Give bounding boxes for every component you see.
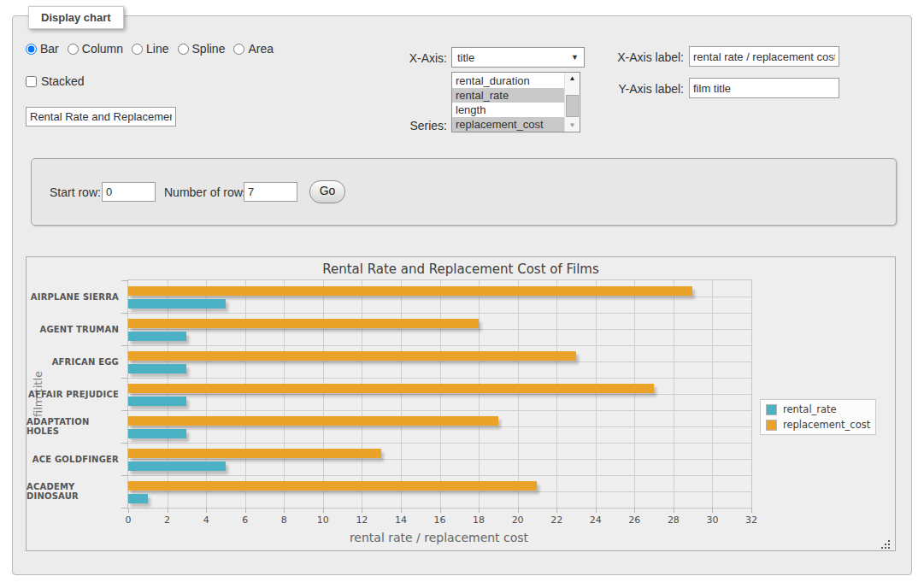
y-axis-label-input[interactable]: [689, 78, 839, 98]
rows-form-box: [31, 158, 897, 226]
gridline: [245, 280, 246, 508]
chart-title-input[interactable]: [26, 107, 176, 126]
x-axis-tick-label: 30: [706, 514, 718, 526]
num-rows-input[interactable]: [244, 182, 297, 202]
x-axis-tick: [518, 508, 519, 513]
series-option-length[interactable]: length: [452, 103, 565, 117]
bar-replacement_cost: [128, 319, 479, 328]
legend-swatch: [766, 420, 777, 431]
bar-replacement_cost: [128, 449, 381, 458]
x-axis-tick-label: 4: [203, 514, 209, 526]
series-option-replacement_cost[interactable]: replacement_cost: [452, 117, 565, 132]
category-label: AFFAIR PREJUDICE: [26, 378, 119, 410]
x-axis-tick-label: 14: [395, 514, 407, 526]
start-row-label: Start row:: [50, 185, 101, 199]
chart-type-label: Bar: [40, 42, 59, 56]
x-axis-tick-label: 12: [356, 514, 368, 526]
x-axis-tick: [206, 508, 207, 513]
bar-rental_rate: [128, 494, 148, 503]
bar-replacement_cost: [128, 351, 576, 361]
gridline: [634, 280, 635, 508]
chart-type-radio-spline[interactable]: [178, 44, 189, 55]
x-axis-tick: [284, 508, 285, 513]
start-row-input[interactable]: [102, 182, 156, 202]
gridline: [206, 280, 207, 508]
y-axis-tick: [121, 508, 128, 509]
x-axis-label-input[interactable]: [689, 46, 839, 67]
x-axis-tick: [128, 508, 129, 513]
x-axis-tick-label: 6: [242, 514, 248, 526]
bar-replacement_cost: [128, 416, 498, 426]
legend-item-replacement_cost: replacement_cost: [766, 419, 870, 431]
gridline: [401, 280, 402, 508]
gridline: [712, 280, 713, 508]
chart-type-radio-area[interactable]: [233, 44, 244, 55]
page: Display chart BarColumnLineSplineArea St…: [0, 0, 924, 582]
x-axis-tick-label: 16: [434, 514, 446, 526]
x-axis-tick: [634, 508, 635, 513]
chart-type-option-bar[interactable]: Bar: [26, 42, 59, 56]
gridline: [596, 280, 597, 508]
bar-rental_rate: [128, 429, 186, 438]
x-axis-tick-label: 22: [550, 514, 562, 526]
x-axis-tick-label: 8: [281, 514, 287, 526]
chart-type-radios: BarColumnLineSplineArea: [26, 42, 282, 56]
y-axis-tick: [121, 280, 128, 281]
category-label: AIRPLANE SIERRA: [26, 280, 119, 313]
bar-replacement_cost: [128, 481, 537, 491]
category-label: AGENT TRUMAN: [26, 313, 119, 345]
category-label: ADAPTATION HOLES: [26, 410, 119, 443]
num-rows-label: Number of rows:: [164, 185, 252, 199]
y-axis-tick: [121, 410, 128, 411]
chart-type-label: Area: [248, 42, 274, 56]
x-axis-tick-label: 2: [164, 514, 170, 526]
x-axis-tick-label: 18: [473, 514, 485, 526]
chart-type-radio-column[interactable]: [68, 44, 79, 55]
gridline: [674, 280, 674, 508]
chart-type-radio-bar[interactable]: [26, 44, 37, 55]
plot-area: [127, 279, 752, 509]
resize-handle-icon[interactable]: [881, 537, 891, 546]
y-axis-label-field-label: Y-Axis label:: [564, 82, 684, 96]
bar-rental_rate: [128, 364, 186, 373]
gridline: [323, 280, 324, 508]
x-axis-tick: [362, 508, 362, 513]
x-axis-tick: [440, 508, 441, 513]
gridline: [284, 280, 285, 508]
chart-type-option-area[interactable]: Area: [233, 42, 274, 56]
x-axis-tick-label: 10: [317, 514, 329, 526]
y-axis-tick: [121, 443, 128, 444]
bar-rental_rate: [128, 332, 186, 341]
chart-type-option-line[interactable]: Line: [132, 42, 168, 56]
chart-type-radio-line[interactable]: [132, 44, 143, 55]
bar-rental_rate: [128, 299, 226, 309]
x-axis-tick-label: 20: [512, 514, 524, 526]
x-axis-selected-value: title: [457, 51, 474, 64]
y-axis-tick: [121, 313, 128, 314]
gridline: [479, 280, 480, 508]
x-axis-tick-label: 24: [590, 514, 602, 526]
series-option-rental_duration[interactable]: rental_duration: [452, 73, 565, 88]
scrollbar-thumb[interactable]: [566, 95, 579, 117]
x-axis-tick: [168, 508, 168, 513]
x-axis-tick: [401, 508, 402, 513]
series-option-rental_rate[interactable]: rental_rate: [452, 88, 565, 103]
x-axis-title: rental rate / replacement cost: [127, 531, 750, 544]
gridline: [168, 280, 168, 508]
scroll-down-icon[interactable]: ▼: [565, 121, 580, 130]
series-listbox[interactable]: rental_durationrental_ratelengthreplacem…: [451, 72, 580, 132]
chart-type-option-column[interactable]: Column: [68, 42, 123, 56]
bar-replacement_cost: [128, 384, 654, 393]
x-axis-tick: [596, 508, 597, 513]
chart-legend: rental_ratereplacement_cost: [760, 399, 876, 435]
panel-title: Display chart: [28, 6, 124, 29]
y-axis-tick: [121, 378, 128, 379]
x-axis-tick: [556, 508, 557, 513]
chart-type-option-spline[interactable]: Spline: [178, 42, 226, 56]
chart-type-label: Spline: [192, 42, 226, 56]
chart-type-label: Line: [146, 42, 168, 56]
x-axis-label-field-label: X-Axis label:: [564, 50, 684, 64]
x-axis-field-label: X-Axis:: [359, 51, 447, 65]
stacked-checkbox[interactable]: [26, 76, 37, 87]
go-button[interactable]: Go: [309, 180, 345, 203]
